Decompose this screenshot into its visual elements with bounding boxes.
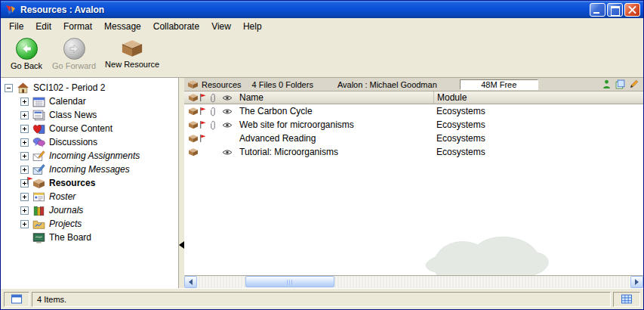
expand-toggle-icon[interactable] [20, 220, 29, 228]
resources-panel: Resources 4 Files 0 Folders Avalon : Mic… [184, 78, 643, 288]
tree-item-roster[interactable]: Roster [5, 190, 178, 203]
tree-item-resources[interactable]: Resources [5, 176, 178, 190]
tree-item-projects[interactable]: Projects [5, 217, 178, 231]
roster-icon [32, 191, 45, 203]
type-column-icon[interactable] [188, 93, 199, 102]
window-title: Resources : Avalon [20, 5, 588, 15]
pencil-icon[interactable] [629, 79, 639, 89]
resource-box-icon [188, 120, 199, 129]
resource-module: Ecosystems [433, 104, 643, 118]
name-column-header[interactable]: Name [236, 91, 433, 104]
menu-message[interactable]: Message [98, 19, 147, 34]
layers-icon[interactable] [615, 79, 625, 89]
flag-icon [199, 134, 206, 143]
folder-info-bar: Resources 4 Files 0 Folders Avalon : Mic… [184, 78, 643, 91]
tree-item-incoming-assignments[interactable]: Incoming Assignments [5, 149, 178, 163]
expand-toggle-icon[interactable] [20, 166, 29, 174]
go-back-button[interactable]: Go Back [7, 36, 46, 72]
expand-toggle-icon[interactable] [20, 111, 29, 119]
resource-row[interactable]: Web site for microorganisms Ecosystems [184, 118, 643, 132]
tree-item-label: Journals [49, 205, 83, 215]
folder-title: Resources [202, 80, 242, 89]
expand-toggle-icon[interactable] [20, 125, 29, 133]
attachment-icon [210, 120, 216, 130]
resource-box-icon [188, 147, 199, 157]
journals-icon [32, 205, 45, 216]
calendar-icon [32, 96, 45, 107]
visibility-column-icon[interactable] [222, 95, 233, 101]
resource-row[interactable]: Advanced Reading Ecosystems [184, 132, 643, 145]
flag-icon [26, 176, 33, 185]
expand-toggle-icon[interactable] [20, 206, 29, 215]
menubar: File Edit Format Message Collaborate Vie… [1, 18, 643, 34]
resource-module: Ecosystems [433, 132, 643, 145]
news-icon [32, 110, 45, 121]
resource-module: Ecosystems [433, 118, 643, 132]
expand-toggle-icon[interactable] [20, 138, 29, 147]
board-icon [32, 232, 45, 243]
resource-box-icon [188, 107, 199, 116]
attachment-column-icon[interactable] [210, 93, 216, 103]
resource-row[interactable]: Tutorial: Microorganisms Ecosystems [184, 145, 643, 159]
user-icon[interactable] [602, 79, 612, 89]
close-button[interactable] [624, 3, 640, 17]
tree-item-journals[interactable]: Journals [5, 203, 178, 217]
free-space-indicator: 48M Free [460, 79, 538, 90]
tree-root-class[interactable]: SCI102 - Period 2 [5, 81, 178, 95]
tree-item-discussions[interactable]: Discussions [5, 135, 178, 149]
expand-toggle-icon[interactable] [20, 193, 29, 201]
expand-toggle-icon[interactable] [20, 98, 29, 106]
resource-name[interactable]: Advanced Reading [236, 132, 433, 145]
scrollbar-track[interactable] [197, 276, 630, 288]
module-column-header[interactable]: Module [433, 91, 643, 104]
resources-box-icon [187, 79, 199, 89]
tree-item-label: Calendar [49, 96, 86, 107]
assignments-icon [32, 150, 45, 162]
course-content-icon [32, 123, 45, 135]
scroll-left-button[interactable] [184, 276, 197, 288]
map-watermark [414, 225, 565, 275]
resource-name[interactable]: The Carbon Cycle [236, 104, 433, 118]
tree-item-label: Incoming Messages [49, 164, 130, 175]
course-tree-panel: SCI102 - Period 2 Calendar Class News [1, 78, 179, 288]
panel-splitter[interactable] [179, 78, 184, 288]
tree-item-incoming-messages[interactable]: Incoming Messages [5, 163, 178, 176]
class-icon [17, 82, 29, 94]
tree-item-class-news[interactable]: Class News [5, 108, 178, 122]
status-view-icon[interactable] [4, 292, 29, 307]
resource-row[interactable]: The Carbon Cycle Ecosystems [184, 104, 643, 118]
attachment-icon [210, 107, 216, 116]
resource-list: The Carbon Cycle Ecosystems [184, 104, 643, 275]
scrollbar-thumb[interactable] [245, 276, 334, 287]
titlebar[interactable]: Resources : Avalon [1, 1, 643, 18]
collapse-toggle-icon[interactable] [5, 84, 13, 92]
main-area: SCI102 - Period 2 Calendar Class News [1, 78, 643, 288]
toolbar: Go Back Go Forward New Resource [1, 34, 643, 78]
flag-column-icon[interactable] [199, 93, 206, 102]
tree-item-the-board[interactable]: The Board [5, 231, 178, 244]
menu-edit[interactable]: Edit [29, 19, 57, 34]
tree-item-course-content[interactable]: Course Content [5, 122, 178, 135]
resource-name[interactable]: Web site for microorganisms [236, 118, 433, 132]
menu-file[interactable]: File [3, 19, 29, 34]
menu-collaborate[interactable]: Collaborate [147, 19, 205, 34]
menu-help[interactable]: Help [237, 19, 268, 34]
status-grid-icon[interactable] [613, 292, 640, 307]
collapse-panel-icon[interactable] [179, 241, 184, 249]
minimize-button[interactable] [590, 3, 605, 17]
go-back-label: Go Back [11, 61, 42, 70]
resource-name[interactable]: Tutorial: Microorganisms [236, 145, 433, 159]
menu-format[interactable]: Format [57, 19, 98, 34]
new-resource-button[interactable]: New Resource [102, 36, 162, 70]
tree-item-calendar[interactable]: Calendar [5, 95, 178, 108]
new-resource-icon [121, 38, 143, 58]
expand-toggle-icon[interactable] [20, 152, 29, 160]
list-column-header[interactable]: Name Module [184, 91, 643, 104]
maximize-button[interactable] [607, 3, 623, 17]
menu-view[interactable]: View [205, 19, 237, 34]
resource-box-icon [188, 134, 199, 143]
item-count-status: 4 Items. [32, 292, 611, 307]
resources-icon [32, 178, 45, 189]
scroll-right-button[interactable] [630, 276, 643, 288]
horizontal-scrollbar[interactable] [184, 275, 643, 288]
